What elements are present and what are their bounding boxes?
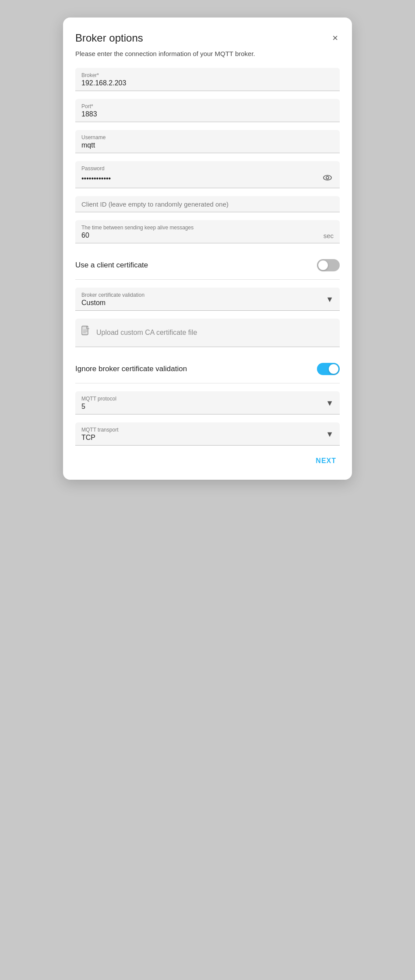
dialog-subtitle: Please enter the connection information … bbox=[75, 50, 340, 57]
client-certificate-row: Use a client certificate bbox=[75, 251, 340, 280]
username-label: Username bbox=[81, 134, 334, 141]
ignore-validation-toggle[interactable] bbox=[317, 363, 340, 375]
upload-ca-cert-row[interactable]: Upload custom CA certificate file bbox=[75, 319, 340, 347]
next-button[interactable]: NEXT bbox=[312, 454, 340, 467]
mqtt-transport-select-group[interactable]: MQTT transport TCP ▼ bbox=[75, 422, 340, 446]
mqtt-transport-label: MQTT transport bbox=[81, 427, 322, 433]
username-field-group: Username bbox=[75, 130, 340, 153]
mqtt-protocol-value: 5 bbox=[81, 403, 322, 411]
password-label: Password bbox=[81, 165, 334, 172]
eye-icon bbox=[322, 172, 333, 183]
port-label: Port* bbox=[81, 103, 334, 109]
keep-alive-suffix: sec bbox=[324, 232, 334, 239]
username-input[interactable] bbox=[81, 141, 334, 149]
broker-field-group: Broker* bbox=[75, 68, 340, 91]
port-field-group: Port* bbox=[75, 99, 340, 122]
ignore-validation-row: Ignore broker certificate validation bbox=[75, 355, 340, 383]
upload-label: Upload custom CA certificate file bbox=[96, 329, 197, 337]
toggle-thumb-client-cert bbox=[318, 260, 328, 270]
ignore-validation-label: Ignore broker certificate validation bbox=[75, 365, 187, 373]
mqtt-protocol-select-inner: MQTT protocol 5 bbox=[81, 396, 322, 411]
client-id-field-group bbox=[75, 196, 340, 212]
broker-cert-value: Custom bbox=[81, 299, 322, 307]
dialog-footer: NEXT bbox=[75, 454, 340, 467]
broker-cert-label: Broker certificate validation bbox=[81, 292, 322, 298]
toggle-thumb-ignore-val bbox=[329, 364, 338, 374]
dialog-title: Broker options bbox=[75, 32, 143, 44]
keep-alive-label: The time between sending keep alive mess… bbox=[81, 225, 334, 231]
svg-point-0 bbox=[324, 176, 331, 180]
password-visibility-toggle[interactable] bbox=[321, 172, 334, 184]
password-input[interactable] bbox=[81, 175, 321, 183]
broker-cert-arrow: ▼ bbox=[326, 295, 334, 304]
broker-cert-select-inner: Broker certificate validation Custom bbox=[81, 292, 322, 307]
close-button[interactable]: × bbox=[331, 32, 340, 45]
mqtt-transport-value: TCP bbox=[81, 434, 322, 442]
client-certificate-toggle[interactable] bbox=[317, 259, 340, 271]
svg-point-1 bbox=[326, 176, 329, 179]
broker-cert-select-group[interactable]: Broker certificate validation Custom ▼ bbox=[75, 288, 340, 311]
mqtt-protocol-select-group[interactable]: MQTT protocol 5 ▼ bbox=[75, 391, 340, 414]
port-input[interactable] bbox=[81, 110, 334, 118]
mqtt-transport-arrow: ▼ bbox=[326, 430, 334, 439]
client-id-input[interactable] bbox=[81, 200, 334, 208]
client-certificate-label: Use a client certificate bbox=[75, 261, 148, 270]
mqtt-protocol-arrow: ▼ bbox=[326, 399, 334, 408]
broker-options-dialog: Broker options × Please enter the connec… bbox=[63, 18, 352, 480]
document-icon bbox=[81, 326, 91, 337]
dialog-header: Broker options × bbox=[75, 32, 340, 45]
password-field-group: Password bbox=[75, 161, 340, 188]
keep-alive-field-group: The time between sending keep alive mess… bbox=[75, 220, 340, 243]
file-icon bbox=[81, 326, 91, 340]
mqtt-transport-select-inner: MQTT transport TCP bbox=[81, 427, 322, 442]
mqtt-protocol-label: MQTT protocol bbox=[81, 396, 322, 402]
broker-label: Broker* bbox=[81, 72, 334, 78]
broker-input[interactable] bbox=[81, 79, 334, 87]
keep-alive-input[interactable] bbox=[81, 232, 320, 239]
